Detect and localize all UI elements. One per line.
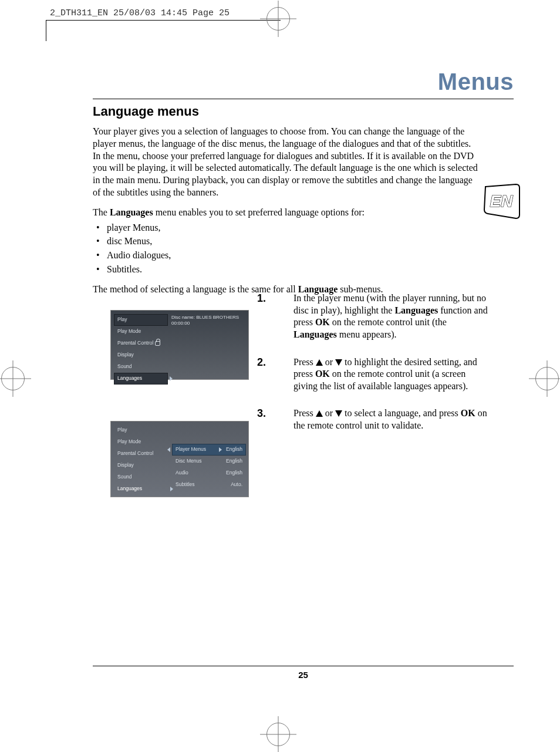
menu-item-languages: Languages: [114, 373, 168, 385]
step-1: 1. In the player menu (with the player r…: [257, 292, 490, 341]
step-number: 2.: [257, 356, 294, 393]
registration-mark-left: [1, 367, 25, 390]
submenu-label: Player Menus: [176, 446, 206, 453]
list-item: Audio dialogues,: [107, 249, 480, 262]
crop-line: [46, 20, 281, 21]
list-item: player Menus,: [107, 222, 480, 234]
intro-paragraph: Your player gives you a selection of lan…: [93, 126, 480, 198]
page-footer: 25: [93, 666, 514, 680]
text: The: [93, 207, 110, 217]
submenu-column: Player Menus English Disc Menus English …: [172, 444, 246, 491]
step-body: Press or to highlight the desired settin…: [294, 356, 490, 393]
step-3: 3. Press or to select a language, and pr…: [257, 407, 490, 431]
text: or: [323, 408, 335, 418]
menu-item-languages: Languages: [114, 483, 168, 495]
menu-item-playmode: Play Mode: [114, 326, 168, 338]
page-title: Menus: [438, 69, 514, 95]
menu-column: Play Play Mode Parental Control Display …: [114, 424, 168, 495]
text-bold: Languages: [394, 305, 438, 315]
disc-name-label: Disc name: BLUES BROTHERS: [171, 315, 239, 321]
text-bold: Languages: [294, 329, 337, 339]
menu-item-play: Play: [114, 314, 168, 326]
text: menu enables you to set preferred langua…: [153, 207, 365, 217]
submenu-audio: Audio English: [172, 467, 246, 479]
disc-time: 00:00:00: [171, 321, 239, 326]
text-bold: OK: [461, 408, 475, 418]
menu-item-parental: Parental Control: [114, 338, 168, 349]
steps-column: 1. In the player menu (with the player r…: [257, 292, 490, 447]
print-header: 2_DTH311_EN 25/08/03 14:45 Page 25: [50, 8, 230, 18]
text: on the remote control unit (the: [330, 317, 447, 327]
menu-item-display: Display: [114, 349, 168, 361]
menu-item-parental: Parental Control: [114, 448, 168, 460]
submenu-label: Subtitles: [176, 481, 195, 488]
step-number: 1.: [257, 292, 294, 341]
page-title-bar: Menus: [93, 69, 514, 99]
registration-mark-bottom: [266, 723, 290, 746]
text: Press: [294, 357, 316, 367]
step-2: 2. Press or to highlight the desired set…: [257, 356, 490, 393]
step-body: Press or to select a language, and press…: [294, 407, 490, 431]
text: to select a language, and press: [342, 408, 461, 418]
bullet-list: player Menus, disc Menus, Audio dialogue…: [93, 222, 480, 276]
list-item: Subtitles.: [107, 264, 480, 276]
menu-item-display: Display: [114, 460, 168, 471]
submenu-disc-menus: Disc Menus English: [172, 456, 246, 467]
menu-item-sound: Sound: [114, 361, 168, 373]
submenu-player-menus: Player Menus English: [172, 444, 246, 456]
text-bold: OK: [315, 317, 330, 327]
text: menu appears).: [337, 329, 397, 339]
text-bold: Languages: [110, 207, 153, 217]
step-body: In the player menu (with the player runn…: [294, 292, 490, 341]
submenu-value: English: [226, 446, 242, 453]
list-intro: The Languages menu enables you to set pr…: [93, 207, 480, 219]
menu-column: Play Play Mode Parental Control Display …: [114, 314, 168, 385]
screenshot-languages-menu: Play Play Mode Parental Control Display …: [110, 421, 249, 497]
arrow-down-icon: [335, 410, 342, 417]
text: or: [323, 357, 335, 367]
arrow-up-icon: [316, 410, 323, 417]
lock-icon: [155, 341, 160, 346]
step-number: 3.: [257, 407, 294, 431]
arrow-down-icon: [335, 359, 342, 366]
submenu-value: English: [226, 470, 242, 476]
section-heading: Language menus: [93, 103, 480, 120]
arrow-up-icon: [316, 359, 323, 366]
registration-mark-top: [266, 7, 290, 31]
list-item: disc Menus,: [107, 235, 480, 248]
page-number: 25: [298, 670, 308, 680]
screenshot-main-menu: Play Play Mode Parental Control Display …: [110, 310, 249, 380]
submenu-label: Audio: [176, 470, 188, 476]
menu-item-sound: Sound: [114, 471, 168, 483]
menu-item-playmode: Play Mode: [114, 436, 168, 448]
menu-item-play: Play: [114, 424, 168, 436]
language-tab: EN: [482, 183, 521, 222]
submenu-label: Disc Menus: [176, 458, 201, 464]
registration-mark-right: [535, 367, 559, 390]
submenu-value: English: [226, 458, 242, 464]
submenu-value: Auto.: [231, 481, 242, 488]
crop-line-vert: [46, 20, 46, 41]
submenu-subtitles: Subtitles Auto.: [172, 479, 246, 491]
text: Press: [294, 408, 316, 418]
disc-info: Disc name: BLUES BROTHERS 00:00:00: [171, 315, 239, 327]
lang-tab-text: EN: [490, 192, 514, 210]
text-bold: OK: [315, 369, 330, 379]
